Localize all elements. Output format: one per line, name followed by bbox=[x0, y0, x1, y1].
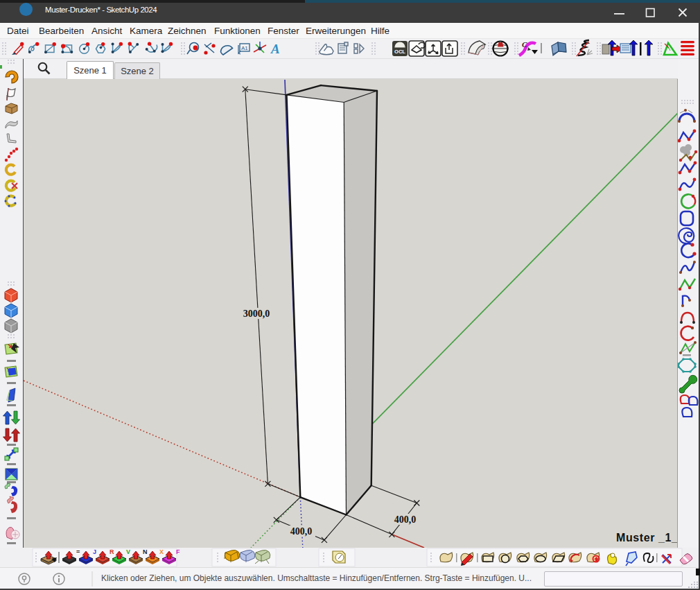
svg-text:J: J bbox=[93, 548, 96, 555]
svg-text:400,0: 400,0 bbox=[290, 526, 313, 537]
svg-text:A1: A1 bbox=[241, 45, 248, 51]
svg-text:F: F bbox=[176, 548, 180, 555]
svg-text:A: A bbox=[270, 42, 280, 56]
svg-text:OCL: OCL bbox=[394, 49, 405, 55]
svg-text:C: C bbox=[522, 40, 527, 49]
svg-text:400,0: 400,0 bbox=[394, 514, 417, 525]
svg-text:N: N bbox=[143, 548, 148, 555]
svg-text:3000,0: 3000,0 bbox=[243, 309, 270, 319]
svg-text:Muster _1_: Muster _1_ bbox=[616, 532, 678, 544]
svg-text:V: V bbox=[126, 548, 130, 555]
svg-text:X: X bbox=[159, 548, 164, 555]
svg-text:R: R bbox=[110, 548, 114, 555]
svg-text:=: = bbox=[76, 548, 80, 555]
